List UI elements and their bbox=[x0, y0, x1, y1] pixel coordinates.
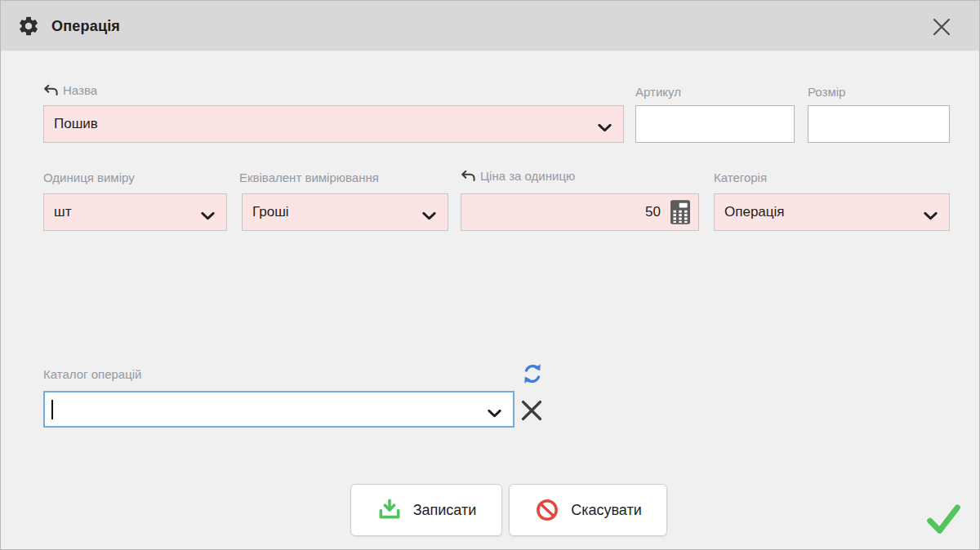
size-label: Розмір bbox=[808, 85, 845, 99]
equivalent-label: Еквівалент вимірювання bbox=[239, 171, 379, 184]
name-value: Пошив bbox=[44, 116, 598, 132]
chevron-down-icon bbox=[201, 208, 215, 216]
cancel-button-label: Скасувати bbox=[571, 502, 642, 519]
equivalent-combobox[interactable]: Гроші bbox=[242, 193, 448, 231]
close-icon[interactable] bbox=[927, 12, 956, 42]
name-label: Назва bbox=[43, 83, 97, 97]
titlebar: Операція bbox=[1, 1, 979, 51]
unit-combobox[interactable]: шт bbox=[43, 193, 227, 231]
price-input[interactable]: 50 bbox=[461, 193, 699, 231]
price-value: 50 bbox=[461, 204, 669, 220]
save-button[interactable]: Записати bbox=[350, 484, 502, 536]
dialog-title: Операція bbox=[51, 18, 120, 35]
clear-x-icon[interactable] bbox=[519, 397, 545, 424]
chevron-down-icon bbox=[924, 208, 938, 216]
chevron-down-icon bbox=[488, 406, 501, 414]
no-entry-icon bbox=[534, 497, 560, 523]
text-caret bbox=[51, 400, 53, 419]
save-button-label: Записати bbox=[413, 502, 477, 519]
chevron-down-icon bbox=[422, 208, 436, 216]
calculator-icon[interactable] bbox=[669, 199, 692, 225]
category-combobox[interactable]: Операція bbox=[714, 193, 950, 231]
refresh-icon[interactable] bbox=[521, 362, 544, 385]
article-input[interactable] bbox=[635, 105, 795, 143]
article-label: Артикул bbox=[635, 85, 681, 99]
equivalent-value: Гроші bbox=[243, 204, 422, 220]
chevron-down-icon bbox=[598, 120, 612, 128]
name-combobox[interactable]: Пошив bbox=[43, 105, 624, 143]
unit-label: Одиниця виміру bbox=[43, 171, 135, 184]
checkmark-icon[interactable] bbox=[922, 497, 964, 539]
operation-dialog: Операція Назва Артикул Розмір Пошив Один… bbox=[0, 0, 980, 550]
cancel-button[interactable]: Скасувати bbox=[509, 484, 667, 536]
download-tray-icon bbox=[376, 497, 403, 523]
size-input[interactable] bbox=[808, 105, 950, 143]
unit-value: шт bbox=[44, 204, 201, 220]
undo-icon[interactable] bbox=[461, 170, 476, 182]
price-label: Ціна за одиницю bbox=[461, 169, 575, 183]
category-value: Операція bbox=[715, 204, 924, 220]
catalog-combobox[interactable] bbox=[43, 391, 514, 428]
catalog-label: Каталог операцій bbox=[43, 367, 142, 381]
category-label: Категорія bbox=[714, 171, 767, 184]
gear-icon bbox=[17, 15, 40, 38]
undo-icon[interactable] bbox=[43, 84, 59, 96]
